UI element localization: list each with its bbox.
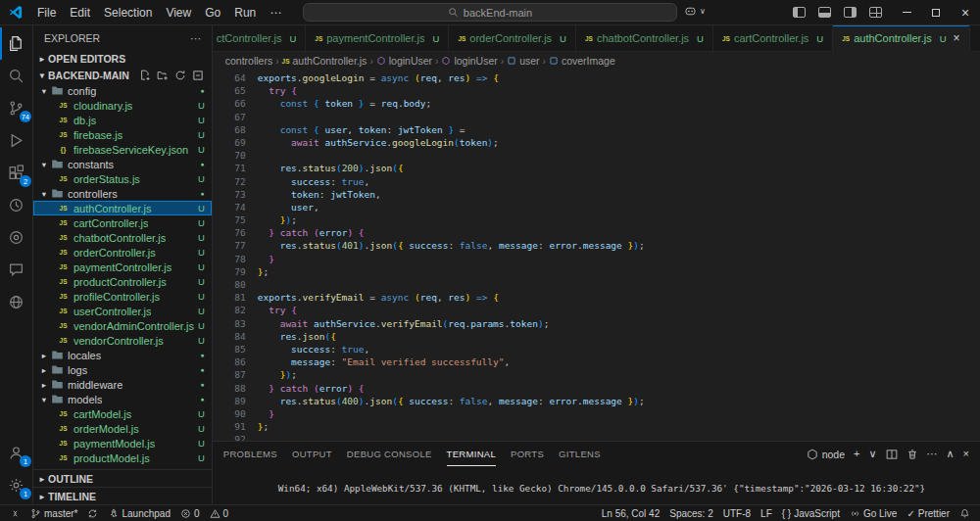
terminal-instance[interactable]: node <box>807 449 845 460</box>
tree-item-models[interactable]: ▾models● <box>33 392 212 406</box>
toggle-secondary-sidebar-icon[interactable] <box>844 7 857 18</box>
status-branch[interactable]: master* <box>25 505 82 521</box>
tree-item-firebase-js[interactable]: JSfirebase.jsU <box>33 127 212 142</box>
tree-item-profilecontroller-js[interactable]: JSprofileController.jsU <box>33 289 212 304</box>
breadcrumb-item-coverimage[interactable]: coverImage <box>549 55 615 67</box>
menu-item-view[interactable]: View <box>159 4 198 22</box>
new-file-icon[interactable] <box>139 70 151 81</box>
status-go-live[interactable]: Go Live <box>845 505 902 521</box>
timeline-section[interactable]: ▸ TIMELINE <box>33 487 212 504</box>
code-line-65[interactable]: 65 try { <box>213 84 980 97</box>
menu-item-run[interactable]: Run <box>227 4 263 22</box>
code-line-92[interactable]: 92 <box>213 433 980 441</box>
tab-ordercontroller-js[interactable]: JSorderController.jsU <box>449 25 576 51</box>
code-line-88[interactable]: 88 } catch (error) { <box>213 382 980 395</box>
code-line-77[interactable]: 77 res.status(401).json({ success: false… <box>213 239 980 252</box>
menu-item-selection[interactable]: Selection <box>97 4 159 22</box>
status-notifications[interactable] <box>955 505 975 521</box>
tree-item-ordermodel-js[interactable]: JSorderModel.jsU <box>33 421 212 436</box>
activity-chat[interactable] <box>0 254 32 286</box>
code-line-64[interactable]: 64exports.googleLogin = async (req, res)… <box>213 71 980 84</box>
tree-item-db-js[interactable]: JSdb.jsU <box>33 113 212 127</box>
code-line-79[interactable]: 79}; <box>213 265 980 278</box>
tree-item-productcontroller-js[interactable]: JSproductController.jsU <box>33 274 212 289</box>
maximize-panel[interactable]: ∧ <box>947 449 955 459</box>
terminal-dropdown[interactable]: ∨ <box>868 449 876 459</box>
tree-item-constants[interactable]: ▾constants● <box>33 157 212 171</box>
code-line-91[interactable]: 91}; <box>213 420 980 433</box>
activity-run-debug[interactable] <box>0 124 32 157</box>
tab-authcontroller-js[interactable]: JSauthController.jsU× <box>833 25 969 52</box>
breadcrumb-item-user[interactable]: user <box>507 55 539 67</box>
kill-terminal[interactable] <box>906 449 918 460</box>
outline-section[interactable]: ▸ OUTLINE <box>33 469 212 487</box>
status-sync[interactable] <box>82 505 103 521</box>
code-line-80[interactable]: 80 <box>213 278 980 291</box>
activity-settings[interactable]: 1 <box>0 469 32 501</box>
code-line-85[interactable]: 85 success: true, <box>213 343 980 355</box>
status-remote[interactable] <box>5 505 25 521</box>
code-line-82[interactable]: 82 try { <box>213 304 980 316</box>
menu-item-edit[interactable]: Edit <box>63 4 97 22</box>
tree-item-config[interactable]: ▾config● <box>33 83 212 98</box>
tree-item-ordercontroller-js[interactable]: JSorderController.jsU <box>33 245 212 260</box>
copilot-menu[interactable]: ∨ <box>684 5 706 18</box>
code-line-84[interactable]: 84 res.json({ <box>213 330 980 343</box>
tab-chatbotcontroller-js[interactable]: JSchatbotController.jsU <box>576 25 713 51</box>
tab-paymentcontroller-js[interactable]: JSpaymentController.jsU <box>306 25 449 51</box>
collapse-all-icon[interactable] <box>192 70 204 81</box>
tree-item-usercontroller-js[interactable]: JSuserController.jsU <box>33 304 212 318</box>
activity-remote-explorer[interactable] <box>0 286 32 318</box>
code-line-73[interactable]: 73 token: jwtToken, <box>213 188 980 201</box>
code-line-90[interactable]: 90 } <box>213 407 980 420</box>
code-line-74[interactable]: 74 user, <box>213 201 980 213</box>
tree-item-vendorcontroller-js[interactable]: JSvendorController.jsU <box>33 333 212 348</box>
status-eol[interactable]: LF <box>756 505 777 521</box>
tree-item-middleware[interactable]: ▸middleware● <box>33 377 212 392</box>
close-panel[interactable]: × <box>963 449 969 459</box>
status-errors[interactable]: 0 <box>175 505 205 521</box>
menu-item-go[interactable]: Go <box>198 4 227 22</box>
tree-item-vendoradmincontroller-js[interactable]: JSvendorAdminController.jsU <box>33 318 212 333</box>
panel-tab-problems[interactable]: PROBLEMS <box>223 442 277 466</box>
tree-item-paymentmodel-js[interactable]: JSpaymentModel.jsU <box>33 436 212 450</box>
new-folder-icon[interactable] <box>157 70 169 81</box>
code-line-75[interactable]: 75 }); <box>213 213 980 226</box>
code-line-72[interactable]: 72 success: true, <box>213 175 980 188</box>
breadcrumb-item-loginuser[interactable]: loginUser <box>376 55 432 67</box>
status-warnings[interactable]: 0 <box>205 505 234 521</box>
activity-explorer[interactable] <box>0 27 32 60</box>
code-line-78[interactable]: 78 } <box>213 253 980 265</box>
activity-source-control[interactable]: 74 <box>0 92 32 124</box>
status-launchpad[interactable]: Launchpad <box>103 505 175 521</box>
more-actions[interactable]: ⋯ <box>927 449 938 459</box>
new-terminal[interactable]: + <box>854 449 859 459</box>
panel-tab-gitlens[interactable]: GITLENS <box>559 442 601 466</box>
close-button[interactable]: × <box>951 0 980 24</box>
tree-item-paymentcontroller-js[interactable]: JSpaymentController.jsU <box>33 260 212 274</box>
status-prettier[interactable]: ✓Prettier <box>902 505 955 521</box>
code-line-70[interactable]: 70 <box>213 149 980 162</box>
panel-tab-output[interactable]: OUTPUT <box>292 442 332 466</box>
customize-layout-icon[interactable] <box>869 7 882 18</box>
tree-item-firebaseservicekey-json[interactable]: {}firebaseServiceKey.jsonU <box>33 142 212 157</box>
menu-item-more[interactable]: ⋯ <box>263 4 288 22</box>
minimize-button[interactable] <box>892 0 921 24</box>
panel-tab-ports[interactable]: PORTS <box>511 442 544 466</box>
breadcrumb-item-controllers[interactable]: controllers <box>225 55 272 67</box>
tree-item-locales[interactable]: ▸locales● <box>33 348 212 362</box>
activity-extensions[interactable]: 2 <box>0 157 32 189</box>
breadcrumb-item-authcontroller-js[interactable]: JSauthController.js <box>282 55 368 67</box>
code-line-83[interactable]: 83 await authService.verifyEmail(req.par… <box>213 317 980 330</box>
tree-item-cartcontroller-js[interactable]: JScartController.jsU <box>33 215 212 230</box>
activity-search[interactable] <box>0 60 32 92</box>
panel-tab-terminal[interactable]: TERMINAL <box>447 442 496 466</box>
activity-history[interactable] <box>0 189 32 221</box>
menu-item-file[interactable]: File <box>30 4 63 22</box>
code-editor[interactable]: 64exports.googleLogin = async (req, res)… <box>213 70 980 441</box>
code-line-89[interactable]: 89 res.status(400).json({ success: false… <box>213 395 980 407</box>
tree-item-productmodel-js[interactable]: JSproductModel.jsU <box>33 450 212 465</box>
maximize-button[interactable] <box>921 0 951 24</box>
code-line-81[interactable]: 81exports.verifyEmail = async (req, res)… <box>213 291 980 304</box>
split-terminal[interactable] <box>886 449 898 460</box>
